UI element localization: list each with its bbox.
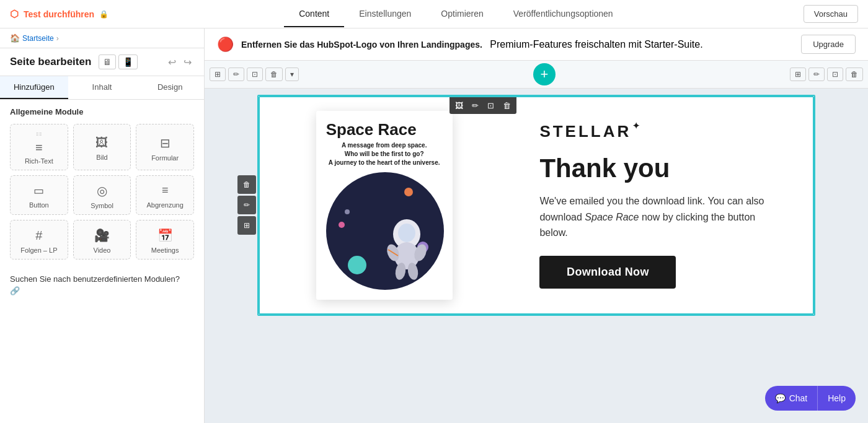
main-layout: 🏠 Startseite › Seite bearbeiten 🖥 📱 ↩ ↪ …: [0, 28, 868, 423]
tab-optimieren[interactable]: Optimieren: [426, 1, 498, 27]
lock-icon: 🔒: [99, 10, 108, 19]
module-formular[interactable]: ⊟ Formular: [136, 124, 194, 170]
chat-widget: 💬 Chat Help: [765, 386, 856, 411]
breadcrumb-home[interactable]: Startseite: [22, 34, 54, 43]
download-now-button[interactable]: Download Now: [539, 256, 676, 289]
banner-title: Entfernen Sie das HubSpot-Logo von Ihren…: [241, 40, 482, 50]
image-overlay-copy-btn[interactable]: ⊡: [483, 98, 498, 113]
module-meetings[interactable]: 📅 Meetings: [136, 220, 194, 259]
hubspot-logo-icon: ⬡: [10, 8, 19, 20]
bild-icon: 🖼: [95, 136, 108, 150]
module-bild[interactable]: 🖼 Bild: [73, 124, 131, 170]
help-button[interactable]: Help: [817, 386, 856, 411]
thank-you-heading: Thank you: [539, 154, 782, 183]
breadcrumb: 🏠 Startseite ›: [0, 28, 204, 48]
add-section-btn-area: +: [533, 63, 556, 85]
tab-design[interactable]: Design: [136, 76, 204, 99]
module-button-label: Button: [29, 201, 49, 209]
content-panel: STELLAR ✦ Thank you We've emailed you th…: [508, 97, 813, 313]
canvas-wrapper: 🗑 ✏ ⊞ 🖼 ✏ ⊡ 🗑: [205, 89, 868, 423]
tab-veroeffentlichung[interactable]: Veröffentlichungsoptionen: [498, 1, 628, 27]
image-overlay-toolbar: 🖼 ✏ ⊡ 🗑: [450, 97, 516, 114]
link-icon: 🔗: [10, 286, 20, 295]
video-icon: 🎥: [94, 228, 110, 243]
module-meetings-label: Meetings: [151, 246, 179, 254]
modules-section: Allgemeine Module ⠿⠿ ≡ Rich-Text 🖼 Bild …: [0, 100, 204, 267]
hubspot-orange-icon: 🔴: [217, 37, 234, 53]
rich-text-module-icon: ≡: [35, 141, 43, 154]
book-subtitle-line2: Who will be the first to go?: [326, 150, 443, 159]
copy-btn[interactable]: ⊡: [247, 68, 263, 81]
section-copy-btn[interactable]: ⊡: [827, 68, 843, 81]
abgrenzung-icon: ≡: [162, 184, 169, 198]
image-overlay-image-btn[interactable]: 🖼: [451, 98, 467, 113]
module-rich-text[interactable]: ⠿⠿ ≡ Rich-Text: [10, 124, 68, 170]
module-formular-label: Formular: [151, 154, 179, 162]
custom-modules-link[interactable]: 🔗: [10, 286, 194, 295]
mobile-view-btn[interactable]: 📱: [118, 55, 138, 69]
custom-modules-text: Suchen Sie nach benutzerdefinierten Modu…: [10, 274, 194, 284]
thank-you-body: We've emailed you the download link. You…: [539, 193, 775, 241]
module-symbol-label: Symbol: [91, 202, 113, 209]
book-subtitle: A message from deep space. Who will be t…: [326, 141, 443, 167]
image-overlay-delete-btn[interactable]: 🗑: [498, 98, 515, 113]
upgrade-banner: 🔴 Entfernen Sie das HubSpot-Logo von Ihr…: [205, 28, 868, 61]
sidebar: 🏠 Startseite › Seite bearbeiten 🖥 📱 ↩ ↪ …: [0, 28, 205, 423]
module-bild-label: Bild: [96, 154, 107, 161]
selected-section[interactable]: 🗑 ✏ ⊞ 🖼 ✏ ⊡ 🗑: [259, 96, 814, 315]
module-button[interactable]: ▭ Button: [10, 175, 68, 215]
preview-button[interactable]: Vorschau: [804, 5, 858, 23]
page-canvas: 🗑 ✏ ⊞ 🖼 ✏ ⊡ 🗑: [257, 95, 815, 316]
chat-icon: 💬: [775, 393, 786, 403]
module-symbol[interactable]: ◎ Symbol: [73, 175, 131, 215]
image-overlay-edit-btn[interactable]: ✏: [467, 98, 483, 113]
formular-icon: ⊟: [160, 136, 170, 150]
canvas-top-toolbar: ⊞ ✏ ⊡ 🗑 ▾ + ⊞ ✏ ⊡ 🗑: [205, 61, 868, 89]
meetings-icon: 📅: [157, 228, 173, 243]
tab-inhalt[interactable]: Inhalt: [68, 76, 136, 99]
modules-section-title: Allgemeine Module: [10, 107, 194, 116]
delete-btn[interactable]: 🗑: [265, 68, 283, 81]
module-abgrenzung[interactable]: ≡ Abgrenzung: [136, 175, 194, 215]
more-btn[interactable]: ▾: [285, 68, 299, 81]
canvas-toolbar-left: ⊞ ✏ ⊡ 🗑 ▾: [210, 68, 299, 81]
section-delete-btn[interactable]: 🗑: [846, 68, 863, 81]
banner-subtitle: Premium-Features freischalten mit Starte…: [490, 39, 702, 50]
planet-pink: [339, 222, 345, 228]
top-navigation: ⬡ Test durchführen 🔒 Content Einstellung…: [0, 0, 868, 28]
stellar-star-icon: ✦: [632, 121, 642, 131]
app-title-area: ⬡ Test durchführen 🔒: [10, 8, 108, 20]
undo-button[interactable]: ↩: [166, 55, 179, 69]
banner-text: Entfernen Sie das HubSpot-Logo von Ihren…: [241, 39, 794, 50]
view-toggle: 🖥 📱: [99, 55, 138, 69]
upgrade-button[interactable]: Upgrade: [801, 35, 856, 54]
editor-area: 🔴 Entfernen Sie das HubSpot-Logo von Ihr…: [205, 28, 868, 423]
section-action-reorder[interactable]: ⊞: [237, 216, 256, 235]
astronaut-svg: [376, 216, 438, 284]
section-action-edit[interactable]: ✏: [237, 196, 256, 214]
align-btn[interactable]: ⊞: [790, 68, 806, 81]
button-icon: ▭: [33, 184, 44, 198]
add-section-button[interactable]: +: [533, 63, 556, 85]
svg-point-1: [398, 224, 415, 242]
chat-button[interactable]: 💬 Chat: [765, 386, 818, 411]
desktop-view-btn[interactable]: 🖥: [99, 55, 116, 69]
tab-content[interactable]: Content: [284, 1, 344, 27]
app-title: Test durchführen: [24, 9, 94, 19]
space-illustration: [326, 172, 444, 290]
section-action-delete[interactable]: 🗑: [237, 175, 256, 194]
tab-einstellungen[interactable]: Einstellungen: [344, 1, 426, 27]
book-subtitle-line1: A message from deep space.: [326, 141, 443, 150]
module-rich-text-label: Rich-Text: [25, 157, 53, 165]
planet-orange: [404, 188, 413, 196]
section-edit-btn[interactable]: ✏: [808, 68, 825, 81]
book-title: Space Race: [326, 121, 443, 139]
edit-btn[interactable]: ✏: [228, 68, 244, 81]
module-video-label: Video: [94, 246, 111, 254]
module-folgen-lp[interactable]: # Folgen – LP: [10, 220, 68, 259]
redo-button[interactable]: ↪: [181, 55, 194, 69]
module-video[interactable]: 🎥 Video: [73, 220, 131, 259]
tab-hinzufuegen[interactable]: Hinzufügen: [0, 76, 68, 99]
custom-modules-section: Suchen Sie nach benutzerdefinierten Modu…: [0, 267, 204, 303]
table-layout-btn[interactable]: ⊞: [210, 68, 226, 81]
